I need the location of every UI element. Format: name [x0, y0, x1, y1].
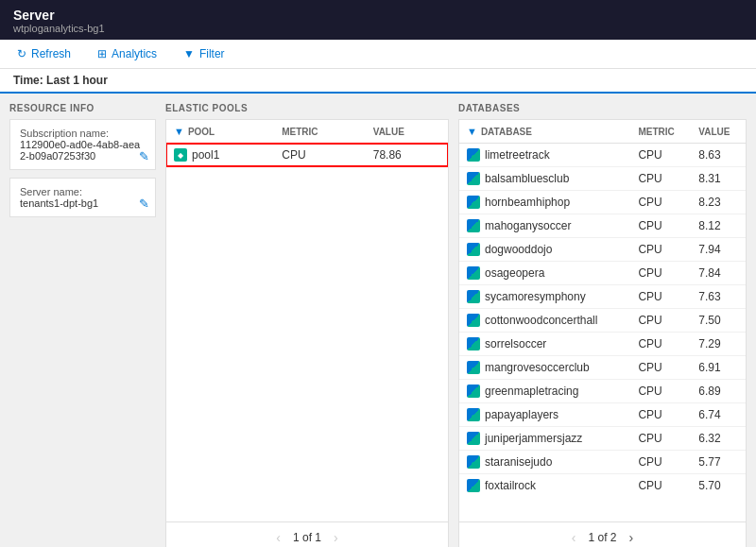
page-header: Server wtploganalytics-bg1 [0, 0, 756, 40]
db-value-cell: 7.84 [691, 262, 746, 285]
db-metric-cell: CPU [630, 167, 691, 191]
pools-prev-button[interactable]: ‹ [271, 528, 285, 547]
db-metric-cell: CPU [630, 262, 691, 285]
db-name-cell: greenmapletracing [459, 380, 630, 403]
db-value-cell: 6.32 [691, 427, 746, 451]
pools-col-value: VALUE [366, 120, 448, 144]
db-name-cell: foxtailrock [459, 474, 630, 498]
filter-label: Filter [199, 47, 225, 60]
db-value-cell: 8.12 [691, 214, 746, 238]
database-row[interactable]: juniperjammersjazz CPU 6.32 [459, 427, 746, 451]
refresh-label: Refresh [31, 47, 71, 60]
analytics-icon: ⊞ [97, 47, 107, 60]
server-label: Server name: [20, 186, 146, 197]
db-next-button[interactable]: › [625, 528, 639, 547]
db-name-value: papayaplayers [485, 408, 558, 421]
db-name-value: juniperjammersjazz [485, 432, 582, 445]
analytics-button[interactable]: ⊞ Analytics [94, 45, 161, 62]
db-prev-button[interactable]: ‹ [567, 528, 581, 547]
database-icon [467, 385, 480, 398]
pools-col-pool: ▼ POOL [166, 120, 274, 144]
db-name-cell: sorrelsoccer [459, 333, 630, 356]
elastic-pools-table-container: ▼ POOL METRIC VALUE [165, 119, 449, 547]
pools-filter-icon[interactable]: ▼ [174, 126, 184, 137]
pool-row[interactable]: pool1 CPU 78.86 [166, 144, 448, 167]
database-row[interactable]: mahoganysoccer CPU 8.12 [459, 214, 746, 238]
db-value-cell: 8.23 [691, 191, 746, 214]
database-icon [467, 219, 480, 232]
elastic-pools-table-body: pool1 CPU 78.86 [166, 144, 448, 167]
server-edit-icon[interactable]: ✎ [139, 197, 149, 211]
pool-name-value: pool1 [192, 148, 219, 162]
db-name-value: mahoganysoccer [485, 219, 571, 232]
page-title: Server [13, 8, 743, 23]
database-row[interactable]: limetreetrack CPU 8.63 [459, 144, 746, 167]
database-icon [467, 314, 480, 327]
database-row[interactable]: cottonwoodconcerthall CPU 7.50 [459, 309, 746, 333]
subscription-edit-icon[interactable]: ✎ [139, 149, 149, 163]
db-metric-cell: CPU [630, 144, 691, 167]
database-icon [467, 432, 480, 445]
database-icon [467, 479, 480, 492]
databases-table: ▼ DATABASE METRIC VALUE [459, 120, 746, 497]
db-name-value: sorrelsoccer [485, 337, 546, 350]
database-row[interactable]: osageopera CPU 7.84 [459, 262, 746, 285]
elastic-pools-panel: ELASTIC POOLS ▼ POOL MET [165, 103, 449, 547]
server-card: Server name: tenants1-dpt-bg1 ✎ [9, 178, 156, 217]
subscription-label: Subscription name: [20, 128, 146, 139]
time-label: Time: Last 1 hour [13, 74, 108, 87]
databases-panel: DATABASES ▼ DATABASE MET [458, 103, 747, 547]
main-content: RESOURCE INFO Subscription name: 112900e… [0, 94, 756, 547]
pool-metric-cell: CPU [274, 144, 365, 167]
database-row[interactable]: staranisejudo CPU 5.77 [459, 451, 746, 474]
database-row[interactable]: dogwooddojo CPU 7.94 [459, 238, 746, 262]
database-icon [467, 243, 480, 256]
database-row[interactable]: mangrovesoccerclub CPU 6.91 [459, 356, 746, 380]
db-value-cell: 8.31 [691, 167, 746, 191]
resource-info-title: RESOURCE INFO [9, 103, 156, 113]
database-icon [467, 361, 480, 374]
db-value-cell: 6.89 [691, 380, 746, 403]
filter-icon: ▼ [183, 47, 195, 60]
db-metric-cell: CPU [630, 427, 691, 451]
elastic-pools-title: ELASTIC POOLS [165, 103, 449, 113]
database-row[interactable]: sycamoresymphony CPU 7.63 [459, 285, 746, 309]
database-row[interactable]: foxtailrock CPU 5.70 [459, 474, 746, 498]
db-metric-cell: CPU [630, 333, 691, 356]
db-name-cell: balsambluesclub [459, 167, 630, 191]
database-row[interactable]: papayaplayers CPU 6.74 [459, 403, 746, 427]
subscription-value: 112900e0-ad0e-4ab8-aea2-b09a07253f30 [20, 139, 146, 162]
pool-name-cell: pool1 [166, 144, 274, 167]
db-name-cell: hornbeamhiphop [459, 191, 630, 214]
db-metric-cell: CPU [630, 191, 691, 214]
db-name-cell: dogwooddojo [459, 238, 630, 262]
db-metric-cell: CPU [630, 403, 691, 427]
database-icon [467, 196, 480, 209]
db-name-value: sycamoresymphony [485, 290, 586, 303]
db-value-cell: 5.77 [691, 451, 746, 474]
database-row[interactable]: sorrelsoccer CPU 7.29 [459, 333, 746, 356]
database-icon [467, 266, 480, 280]
db-value-cell: 7.63 [691, 285, 746, 309]
db-filter-icon[interactable]: ▼ [467, 126, 477, 137]
elastic-pools-pagination: ‹ 1 of 1 › [166, 521, 448, 547]
db-value-cell: 6.74 [691, 403, 746, 427]
db-col-value: VALUE [691, 120, 746, 144]
database-row[interactable]: greenmapletracing CPU 6.89 [459, 380, 746, 403]
database-row[interactable]: balsambluesclub CPU 8.31 [459, 167, 746, 191]
db-metric-cell: CPU [630, 309, 691, 333]
filter-button[interactable]: ▼ Filter [180, 45, 229, 62]
page-subtitle: wtploganalytics-bg1 [13, 23, 743, 34]
database-row[interactable]: hornbeamhiphop CPU 8.23 [459, 191, 746, 214]
pools-col-metric: METRIC [274, 120, 365, 144]
db-col-database: ▼ DATABASE [459, 120, 630, 144]
pools-next-button[interactable]: › [329, 528, 343, 547]
refresh-icon: ↻ [17, 47, 26, 60]
database-icon [467, 148, 480, 162]
db-name-cell: osageopera [459, 262, 630, 285]
db-name-cell: mahoganysoccer [459, 214, 630, 238]
resource-info-panel: RESOURCE INFO Subscription name: 112900e… [9, 103, 156, 547]
database-icon [467, 337, 480, 350]
refresh-button[interactable]: ↻ Refresh [13, 45, 75, 62]
db-metric-cell: CPU [630, 474, 691, 498]
